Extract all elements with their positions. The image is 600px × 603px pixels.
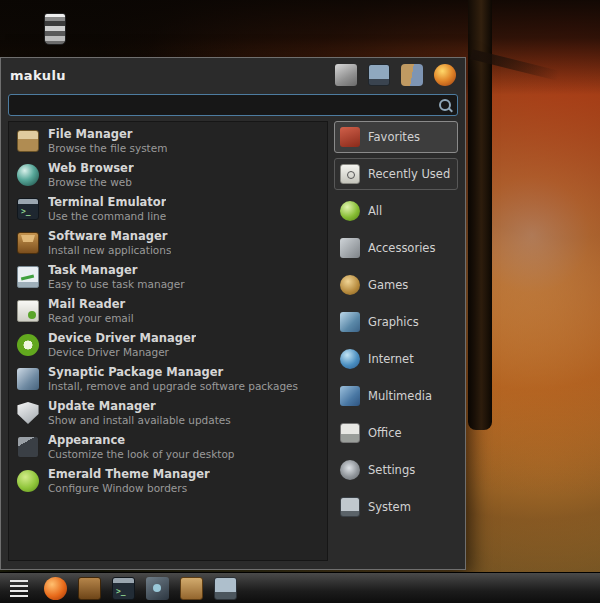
app-item-task-manager[interactable]: Task Manager Easy to use task manager: [9, 260, 327, 294]
header-icons: [335, 64, 456, 86]
taskbar: [0, 572, 600, 603]
trash-icon[interactable]: [44, 13, 66, 45]
device-driver-icon: [17, 334, 39, 356]
settings-icon[interactable]: [146, 577, 169, 600]
category-office[interactable]: Office: [334, 417, 458, 449]
application-menu: makulu File Manager Browse the file syst…: [0, 57, 466, 570]
app-description: Configure Window borders: [48, 482, 210, 494]
app-title: Appearance: [48, 434, 235, 448]
category-accessories[interactable]: Accessories: [334, 232, 458, 264]
app-title: File Manager: [48, 128, 167, 142]
app-title: Synaptic Package Manager: [48, 366, 298, 380]
app-texts: Device Driver Manager Device Driver Mana…: [48, 332, 196, 358]
menu-content: File Manager Browse the file system Web …: [8, 121, 458, 561]
app-texts: Software Manager Install new application…: [48, 230, 171, 256]
display-icon[interactable]: [368, 64, 390, 86]
app-item-device-driver-manager[interactable]: Device Driver Manager Device Driver Mana…: [9, 328, 327, 362]
accessories-icon: [340, 238, 360, 258]
app-item-file-manager[interactable]: File Manager Browse the file system: [9, 124, 327, 158]
app-item-appearance[interactable]: Appearance Customize the look of your de…: [9, 430, 327, 464]
package-manager-icon[interactable]: [78, 577, 101, 600]
system-icon: [340, 497, 360, 517]
terminal-icon[interactable]: [112, 577, 135, 600]
app-item-terminal-emulator[interactable]: Terminal Emulator Use the command line: [9, 192, 327, 226]
app-description: Easy to use task manager: [48, 278, 185, 290]
category-label: All: [368, 204, 382, 218]
app-texts: Task Manager Easy to use task manager: [48, 264, 185, 290]
app-texts: Web Browser Browse the web: [48, 162, 134, 188]
app-item-synaptic-package-manager[interactable]: Synaptic Package Manager Install, remove…: [9, 362, 327, 396]
category-games[interactable]: Games: [334, 269, 458, 301]
mail-icon: [17, 300, 39, 322]
menu-button[interactable]: [6, 573, 32, 603]
category-graphics[interactable]: Graphics: [334, 306, 458, 338]
recently-used-icon: [340, 164, 360, 184]
app-description: Install, remove and upgrade software pac…: [48, 380, 298, 392]
app-title: Terminal Emulator: [48, 196, 166, 210]
search-icon: [439, 99, 451, 111]
menu-icon: [10, 580, 28, 597]
app-description: Install new applications: [48, 244, 171, 256]
lock-icon[interactable]: [335, 64, 357, 86]
taskbar-launchers: [44, 577, 237, 600]
app-title: Software Manager: [48, 230, 171, 244]
category-label: System: [368, 500, 411, 514]
app-description: Browse the web: [48, 176, 134, 188]
terminal-icon: [17, 198, 39, 220]
app-description: Use the command line: [48, 210, 166, 222]
app-texts: Emerald Theme Manager Configure Window b…: [48, 468, 210, 494]
screen: makulu File Manager Browse the file syst…: [0, 0, 600, 603]
update-manager-icon: [17, 402, 39, 424]
app-texts: Update Manager Show and install availabl…: [48, 400, 231, 426]
category-recently-used[interactable]: Recently Used: [334, 158, 458, 190]
app-item-web-browser[interactable]: Web Browser Browse the web: [9, 158, 327, 192]
app-description: Customize the look of your desktop: [48, 448, 235, 460]
menu-header: makulu: [1, 58, 465, 92]
category-all[interactable]: All: [334, 195, 458, 227]
app-description: Show and install available updates: [48, 414, 231, 426]
app-description: Device Driver Manager: [48, 346, 196, 358]
category-label: Graphics: [368, 315, 419, 329]
app-item-software-manager[interactable]: Software Manager Install new application…: [9, 226, 327, 260]
logout-icon[interactable]: [434, 64, 456, 86]
emerald-icon: [17, 470, 39, 492]
web-browser-icon: [17, 164, 39, 186]
software-manager-icon: [17, 232, 39, 254]
favorites-app-list: File Manager Browse the file system Web …: [8, 121, 328, 561]
synaptic-icon: [17, 368, 39, 390]
app-description: Read your email: [48, 312, 134, 324]
search-input[interactable]: [15, 97, 433, 113]
file-manager-icon: [17, 130, 39, 152]
category-list: Favorites Recently Used All Accessories …: [334, 121, 458, 561]
app-title: Emerald Theme Manager: [48, 468, 210, 482]
category-label: Settings: [368, 463, 415, 477]
category-internet[interactable]: Internet: [334, 343, 458, 375]
task-manager-icon: [17, 266, 39, 288]
category-settings[interactable]: Settings: [334, 454, 458, 486]
app-item-mail-reader[interactable]: Mail Reader Read your email: [9, 294, 327, 328]
app-title: Device Driver Manager: [48, 332, 196, 346]
app-item-update-manager[interactable]: Update Manager Show and install availabl…: [9, 396, 327, 430]
display-icon[interactable]: [214, 577, 237, 600]
search-bar: [8, 94, 458, 116]
category-multimedia[interactable]: Multimedia: [334, 380, 458, 412]
settings-icon: [340, 460, 360, 480]
category-label: Multimedia: [368, 389, 432, 403]
file-archive-icon[interactable]: [180, 577, 203, 600]
all-icon: [340, 201, 360, 221]
appearance-icon: [17, 436, 39, 458]
app-title: Web Browser: [48, 162, 134, 176]
app-title: Mail Reader: [48, 298, 134, 312]
multimedia-icon: [340, 386, 360, 406]
menu-title: makulu: [10, 68, 66, 83]
app-item-emerald-theme-manager[interactable]: Emerald Theme Manager Configure Window b…: [9, 464, 327, 498]
browser-icon[interactable]: [44, 577, 67, 600]
category-label: Games: [368, 278, 408, 292]
tree-trunk: [468, 0, 492, 430]
category-label: Favorites: [368, 130, 420, 144]
category-system[interactable]: System: [334, 491, 458, 523]
app-description: Browse the file system: [48, 142, 167, 154]
switch-user-icon[interactable]: [401, 64, 423, 86]
favorites-icon: [340, 127, 360, 147]
category-favorites[interactable]: Favorites: [334, 121, 458, 153]
